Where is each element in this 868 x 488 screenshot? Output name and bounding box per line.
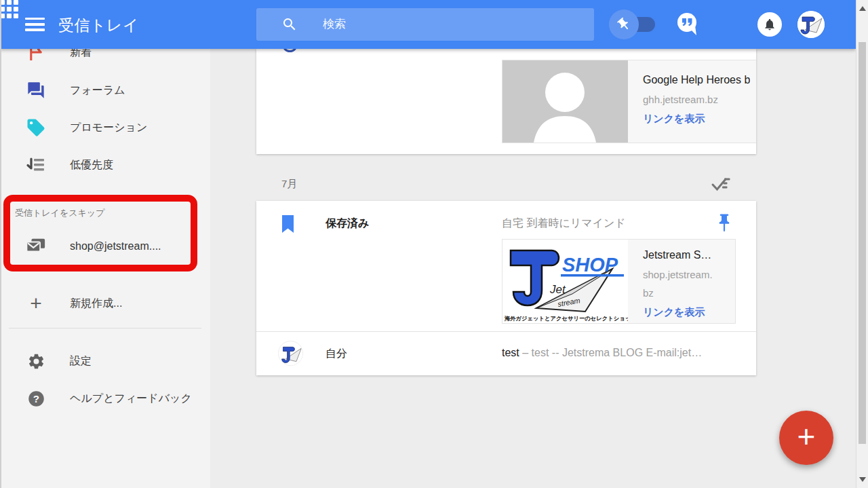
page-title: 受信トレイ [58, 15, 139, 36]
link-preview-domain: ghh.jetstream.bz [643, 90, 750, 109]
saved-item-row[interactable]: 保存済み 自宅 到着時にリマインド SHOP Jet stream [256, 201, 756, 331]
reminder-text: 自宅 到着時にリマインド [502, 217, 626, 231]
scrollbar-thumb[interactable] [859, 42, 866, 444]
search-icon [281, 16, 298, 33]
sidebar-item-label: 新規作成... [70, 297, 122, 311]
sidebar-item-low-priority[interactable]: 低優先度 [0, 149, 210, 181]
svg-text:?: ? [33, 392, 39, 404]
svg-text:Jet: Jet [549, 283, 566, 296]
sweep-icon[interactable] [709, 174, 732, 195]
sidebar-divider [9, 328, 201, 329]
link-preview-domain: shop.jetstream.bz [643, 265, 716, 302]
promotions-tag-icon [26, 117, 46, 138]
snippet-subject: test [502, 347, 519, 358]
sidebar-item-label: フォーラム [70, 83, 125, 98]
search-bar[interactable] [256, 8, 594, 41]
email-snippet: test – test -- Jetstrema BLOG E-mail:jet… [502, 347, 736, 359]
account-avatar[interactable] [797, 11, 825, 38]
show-link-button[interactable]: リンクを表示 [643, 109, 750, 129]
sidebar-item-settings[interactable]: 設定 [0, 345, 210, 377]
link-preview-chip[interactable]: SHOP Jet stream 海外ガジェットとアクセサリーのセレクトショップ … [502, 239, 736, 324]
sender-name: 自分 [326, 347, 347, 361]
email-row-me[interactable]: 自分 test – test -- Jetstrema BLOG E-mail:… [256, 332, 756, 375]
scroll-down-arrow-icon[interactable] [859, 477, 866, 482]
inbox-app-window: 新着 フォーラム プロモーション 低優先度 受信トレイをスキップ shop@j [0, 0, 868, 488]
sidebar-item-skip-inbox-shop[interactable]: shop@jetstream.... [0, 231, 210, 262]
search-input[interactable] [323, 8, 587, 41]
sidebar-item-forums[interactable]: フォーラム [0, 75, 210, 106]
envelope-icon [26, 236, 46, 257]
sidebar-item-promotions[interactable]: プロモーション [0, 112, 210, 143]
saved-label: 保存済み [326, 217, 369, 231]
sender-avatar [278, 341, 303, 366]
sidebar: 新着 フォーラム プロモーション 低優先度 受信トレイをスキップ shop@j [0, 0, 210, 488]
month-section-header: 7月 [256, 168, 756, 201]
skip-inbox-section-label: 受信トレイをスキップ [15, 207, 104, 219]
hangouts-icon[interactable] [675, 12, 700, 37]
help-icon: ? [26, 388, 46, 409]
link-preview-text: Jetstream S… shop.jetstream.bz リンクを表示 [628, 240, 716, 323]
avatar-peek-icon [282, 49, 298, 52]
app-header: 受信トレイ [0, 0, 856, 49]
pin-icon[interactable] [716, 213, 732, 236]
bookmark-icon [281, 214, 295, 236]
sidebar-item-label: ヘルプとフィードバック [70, 392, 192, 406]
sidebar-item-compose-new[interactable]: + 新規作成... [0, 288, 210, 319]
link-preview-chip[interactable]: Google Help Heroes b ghh.jetstream.bz リン… [502, 60, 756, 143]
show-link-button[interactable]: リンクを表示 [643, 302, 716, 322]
notifications-bell-icon[interactable] [757, 12, 782, 37]
sidebar-item-help-feedback[interactable]: ? ヘルプとフィードバック [0, 383, 210, 414]
plus-icon: + [26, 293, 46, 314]
hamburger-menu-icon[interactable] [25, 18, 45, 31]
forum-icon [26, 80, 46, 100]
compose-fab-button[interactable]: + [779, 411, 833, 465]
sidebar-item-label: プロモーション [70, 121, 147, 135]
email-card-top[interactable]: Google Help Heroes b ghh.jetstream.bz リン… [256, 49, 756, 154]
gear-icon [26, 351, 46, 371]
link-preview-text: Google Help Heroes b ghh.jetstream.bz リン… [628, 60, 750, 143]
pushpin-icon [609, 10, 639, 39]
month-label: 7月 [281, 178, 297, 191]
sidebar-item-label: 設定 [70, 354, 92, 369]
plus-icon: + [797, 421, 816, 452]
svg-text:SHOP: SHOP [562, 254, 618, 276]
link-preview-title: Google Help Heroes b [643, 70, 750, 90]
person-silhouette [502, 60, 628, 143]
scrollbar[interactable] [856, 0, 868, 488]
svg-text:海外ガジェットとアクセサリーのセレクトショップ: 海外ガジェットとアクセサリーのセレクトショップ [504, 315, 628, 322]
low-priority-icon [26, 155, 46, 175]
email-card-group: 保存済み 自宅 到着時にリマインド SHOP Jet stream [256, 201, 756, 375]
link-preview-title: Jetstream S… [643, 245, 716, 265]
apps-grid-icon[interactable] [0, 0, 18, 18]
sidebar-item-label: shop@jetstream.... [70, 240, 161, 252]
scroll-up-arrow-icon[interactable] [859, 6, 866, 11]
jetstream-shop-logo: SHOP Jet stream 海外ガジェットとアクセサリーのセレクトショップ [502, 240, 628, 323]
sidebar-item-label: 低優先度 [70, 158, 113, 172]
window-edge [0, 0, 1, 488]
pin-toggle[interactable] [609, 10, 656, 39]
snippet-body: – test -- Jetstrema BLOG E-mail:jet… [519, 347, 702, 358]
